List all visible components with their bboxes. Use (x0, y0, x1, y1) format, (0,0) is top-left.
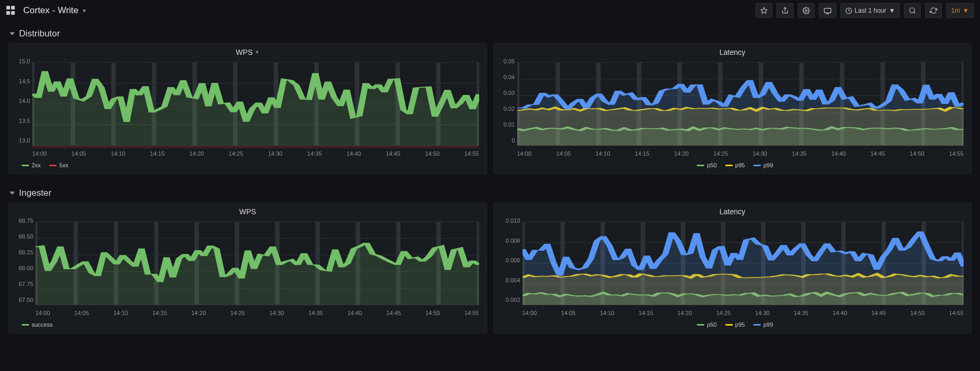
x-axis-label: 14:45 (871, 150, 885, 157)
chevron-down-icon (10, 192, 15, 195)
zoom-out-button[interactable] (904, 3, 921, 18)
legend: p50p95p99 (494, 318, 972, 333)
panel-title[interactable]: Latency (494, 203, 972, 218)
x-axis-label: 14:25 (716, 310, 731, 316)
y-axis-label: 13.5 (9, 118, 30, 124)
topbar: Cortex - Write ▼ Last 1 hour ▼ 1m ▼ (0, 0, 980, 21)
y-axis-label: 0.002 (494, 297, 520, 303)
y-axis-label: 0.04 (494, 74, 515, 80)
panel-ingester-latency[interactable]: Latency 0.0100.0080.0060.0040.002 14:001… (493, 203, 972, 334)
dashboard-icon[interactable] (6, 6, 16, 15)
x-axis-label: 14:20 (677, 310, 692, 316)
x-axis-label: 14:05 (74, 310, 89, 316)
x-axis-label: 14:10 (111, 150, 126, 157)
plot-area[interactable]: 0.050.040.030.020.010 (494, 59, 972, 148)
panel-distributor-latency[interactable]: Latency 0.050.040.030.020.010 14:0014:05… (493, 43, 972, 174)
x-axis-label: 14:50 (425, 310, 440, 316)
x-axis-label: 14:35 (792, 150, 807, 157)
legend-item[interactable]: 5xx (49, 162, 68, 168)
legend-item[interactable]: success (22, 321, 53, 328)
x-axis-label: 14:25 (713, 150, 728, 157)
y-axis-label: 0.05 (494, 58, 515, 64)
plot-area[interactable]: 15.014.514.013.513.0 (9, 59, 487, 148)
y-axis-label: 0.008 (494, 237, 520, 244)
x-axis-label: 14:40 (347, 150, 361, 157)
x-axis-label: 14:30 (755, 310, 770, 316)
y-axis-label: 13.0 (9, 137, 30, 144)
tv-mode-button[interactable] (819, 3, 836, 18)
y-axis-label: 0 (494, 137, 515, 144)
svg-marker-0 (761, 7, 767, 13)
plot-area[interactable]: 68.7568.5068.2568.0067.7567.50 (9, 218, 487, 308)
time-range-label: Last 1 hour (855, 7, 886, 14)
legend-item[interactable]: p95 (725, 162, 745, 168)
x-axis-label: 14:25 (229, 150, 244, 157)
panel-distributor-wps[interactable]: WPS ▼ 15.014.514.013.513.0 14:0014:0514:… (8, 43, 487, 174)
x-axis-label: 14:35 (794, 310, 809, 316)
svg-rect-3 (824, 8, 831, 13)
legend: 2xx5xx (9, 159, 487, 174)
x-axis-ticks: 14:0014:0514:1014:1514:2014:2514:3014:35… (494, 308, 972, 318)
y-axis-label: 0.02 (494, 106, 515, 112)
legend-item[interactable]: p95 (725, 321, 745, 328)
x-axis-label: 14:35 (307, 150, 322, 157)
refresh-interval-label: 1m (951, 7, 960, 14)
x-axis-label: 14:45 (871, 310, 886, 316)
legend: p50p95p99 (494, 159, 972, 174)
x-axis-label: 14:05 (71, 150, 86, 157)
x-axis-label: 14:55 (949, 310, 964, 316)
row-title: Ingester (19, 188, 51, 198)
legend-item[interactable]: 2xx (22, 162, 41, 168)
share-button[interactable] (777, 3, 794, 18)
x-axis-label: 14:05 (561, 310, 576, 316)
x-axis-label: 14:35 (309, 310, 323, 316)
legend-item[interactable]: p99 (753, 162, 773, 168)
legend: success (9, 318, 487, 333)
svg-line-7 (914, 12, 916, 14)
x-axis-label: 14:05 (556, 150, 571, 157)
x-axis-label: 14:25 (230, 310, 245, 316)
x-axis-label: 14:15 (152, 310, 167, 316)
x-axis-label: 14:10 (595, 150, 610, 157)
time-range-picker[interactable]: Last 1 hour ▼ (841, 3, 900, 18)
refresh-interval-picker[interactable]: 1m ▼ (946, 3, 974, 18)
y-axis-label: 0.03 (494, 90, 515, 96)
x-axis-label: 14:30 (753, 150, 768, 157)
y-axis-label: 0.004 (494, 277, 520, 283)
legend-item[interactable]: p99 (753, 321, 773, 328)
panel-ingester-wps[interactable]: WPS 68.7568.5068.2568.0067.7567.50 14:00… (8, 203, 487, 334)
x-axis-label: 14:15 (639, 310, 654, 316)
x-axis-label: 14:15 (635, 150, 650, 157)
legend-item[interactable]: p50 (697, 162, 716, 168)
y-axis-label: 68.75 (9, 217, 33, 224)
x-axis-ticks: 14:0014:0514:1014:1514:2014:2514:3014:35… (9, 308, 487, 318)
y-axis-label: 14.5 (9, 78, 30, 84)
y-axis-label: 0.006 (494, 257, 520, 263)
dashboard-title-dropdown[interactable]: Cortex - Write ▼ (23, 5, 87, 16)
chevron-down-icon: ▼ (255, 50, 259, 55)
x-axis-label: 14:40 (833, 310, 847, 316)
panel-title[interactable]: Latency (494, 44, 972, 59)
plot-area[interactable]: 0.0100.0080.0060.0040.002 (494, 218, 972, 308)
x-axis-label: 14:55 (464, 310, 479, 316)
panel-title[interactable]: WPS (9, 203, 487, 218)
chevron-down-icon: ▼ (82, 8, 87, 14)
panel-title[interactable]: WPS ▼ (9, 44, 487, 59)
panel-row: WPS 68.7568.5068.2568.0067.7567.50 14:00… (0, 203, 980, 340)
x-axis-label: 14:55 (464, 150, 479, 157)
settings-button[interactable] (798, 3, 815, 18)
row-header-distributor[interactable]: Distributor (0, 21, 980, 43)
x-axis-label: 14:20 (191, 310, 206, 316)
star-button[interactable] (755, 3, 772, 18)
y-axis-label: 68.00 (9, 265, 33, 271)
refresh-button[interactable] (925, 3, 942, 18)
legend-item[interactable]: p50 (697, 321, 716, 328)
x-axis-ticks: 14:0014:0514:1014:1514:2014:2514:3014:35… (9, 148, 487, 159)
x-axis-label: 14:30 (268, 150, 283, 157)
y-axis-label: 0.01 (494, 121, 515, 128)
row-header-ingester[interactable]: Ingester (0, 180, 980, 203)
x-axis-label: 14:40 (831, 150, 846, 157)
svg-point-2 (805, 9, 807, 12)
x-axis-label: 14:00 (35, 310, 50, 316)
x-axis-label: 14:45 (386, 150, 400, 157)
